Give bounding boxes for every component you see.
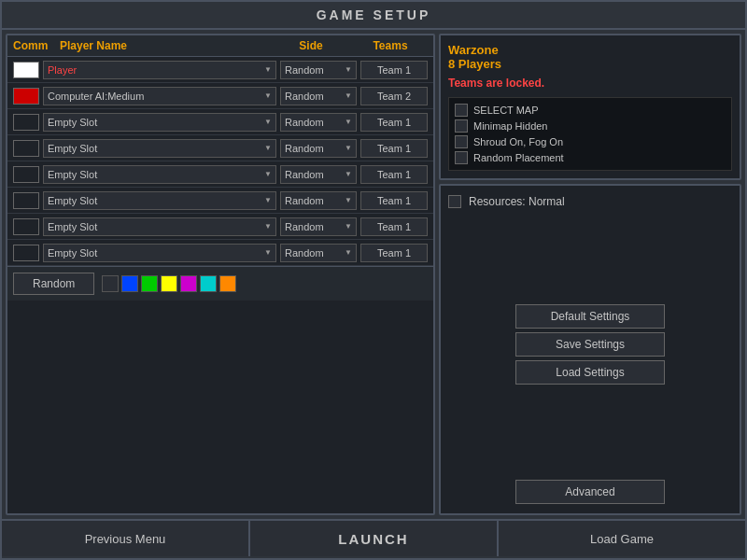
- comm-color-box[interactable]: [13, 62, 39, 78]
- player-row: Empty Slot▼Random▼Team 1: [7, 135, 433, 161]
- side-label: Random: [285, 221, 324, 232]
- side-arrow-icon: ▼: [345, 65, 352, 74]
- teams-locked: Teams are locked.: [448, 77, 732, 90]
- dropdown-arrow-icon: ▼: [264, 65, 272, 74]
- team-button[interactable]: Team 1: [360, 244, 428, 262]
- side-label: Random: [285, 64, 324, 76]
- dropdown-arrow-icon: ▼: [264, 118, 272, 126]
- player-name-dropdown[interactable]: Empty Slot▼: [43, 244, 276, 262]
- resources-label: Resources: Normal: [469, 195, 565, 208]
- launch-button[interactable]: LAUNCH: [250, 521, 499, 556]
- side-arrow-icon: ▼: [345, 196, 352, 204]
- player-name-dropdown[interactable]: Empty Slot▼: [43, 113, 276, 132]
- player-name-label: Empty Slot: [48, 195, 97, 206]
- load-settings-button[interactable]: Load Settings: [515, 360, 665, 385]
- side-dropdown[interactable]: Random▼: [280, 139, 357, 158]
- team-button[interactable]: Team 1: [360, 191, 428, 210]
- comm-color-box[interactable]: [13, 140, 39, 157]
- side-dropdown[interactable]: Random▼: [280, 165, 357, 184]
- team-button[interactable]: Team 1: [360, 113, 428, 132]
- player-name-dropdown[interactable]: Computer AI:Medium▼: [43, 87, 276, 105]
- player-name-label: Empty Slot: [48, 117, 97, 128]
- main-content: Comm Player Name Side Teams Player▼Rando…: [2, 30, 745, 519]
- players-header: Comm Player Name Side Teams: [7, 35, 433, 57]
- settings-panel: Resources: Normal Default Settings Save …: [439, 184, 741, 515]
- window-title: GAME SETUP: [317, 7, 431, 22]
- random-button[interactable]: Random: [13, 273, 94, 295]
- header-side: Side: [269, 39, 353, 52]
- side-dropdown[interactable]: Random▼: [280, 244, 357, 262]
- color-swatch-orange[interactable]: [219, 275, 236, 292]
- side-dropdown[interactable]: Random▼: [280, 87, 357, 105]
- map-title: Warzone: [448, 43, 732, 57]
- map-option-label: Random Placement: [473, 152, 564, 163]
- comm-color-box[interactable]: [13, 245, 39, 261]
- side-dropdown[interactable]: Random▼: [280, 61, 357, 79]
- player-name-label: Empty Slot: [48, 247, 97, 259]
- player-name-dropdown[interactable]: Empty Slot▼: [43, 139, 276, 158]
- map-option-label: Minimap Hidden: [473, 120, 547, 132]
- side-dropdown[interactable]: Random▼: [280, 217, 357, 236]
- comm-color-box[interactable]: [13, 192, 39, 209]
- dropdown-arrow-icon: ▼: [264, 196, 272, 204]
- color-swatch-cyan[interactable]: [200, 275, 217, 292]
- player-rows-container: Player▼Random▼Team 1Computer AI:Medium▼R…: [7, 57, 433, 266]
- dropdown-arrow-icon: ▼: [264, 222, 272, 231]
- dropdown-arrow-icon: ▼: [264, 144, 272, 152]
- previous-menu-button[interactable]: Previous Menu: [2, 521, 250, 556]
- side-arrow-icon: ▼: [345, 222, 352, 231]
- save-settings-button[interactable]: Save Settings: [515, 332, 665, 357]
- player-name-label: Computer AI:Medium: [48, 91, 144, 102]
- team-button[interactable]: Team 1: [360, 139, 428, 158]
- player-name-dropdown[interactable]: Empty Slot▼: [43, 191, 276, 210]
- map-option-label: SELECT MAP: [473, 105, 539, 116]
- default-settings-button[interactable]: Default Settings: [515, 304, 665, 329]
- color-swatch-dark[interactable]: [102, 275, 119, 292]
- side-arrow-icon: ▼: [345, 91, 352, 100]
- title-bar: GAME SETUP: [2, 2, 745, 30]
- left-panel: Comm Player Name Side Teams Player▼Rando…: [6, 34, 435, 515]
- right-panel: Warzone 8 Players Teams are locked. SELE…: [439, 34, 741, 515]
- map-options: SELECT MAP Minimap Hidden Shroud On, Fog…: [448, 97, 732, 171]
- side-arrow-icon: ▼: [345, 170, 352, 178]
- player-name-dropdown[interactable]: Empty Slot▼: [43, 217, 276, 236]
- comm-color-box[interactable]: [13, 218, 39, 235]
- team-button[interactable]: Team 1: [360, 61, 428, 79]
- map-option: SELECT MAP: [455, 104, 726, 117]
- side-dropdown[interactable]: Random▼: [280, 113, 357, 132]
- side-arrow-icon: ▼: [345, 144, 352, 152]
- color-swatch-green[interactable]: [141, 275, 158, 292]
- map-option-checkbox[interactable]: [455, 151, 468, 164]
- resources-checkbox[interactable]: [448, 195, 461, 208]
- player-row: Empty Slot▼Random▼Team 1: [7, 240, 433, 266]
- side-dropdown[interactable]: Random▼: [280, 191, 357, 210]
- map-option: Shroud On, Fog On: [455, 135, 726, 148]
- player-row: Player▼Random▼Team 1: [7, 57, 433, 83]
- dropdown-arrow-icon: ▼: [264, 170, 272, 178]
- side-arrow-icon: ▼: [345, 118, 352, 126]
- player-name-dropdown[interactable]: Player▼: [43, 61, 276, 79]
- team-button[interactable]: Team 1: [360, 217, 428, 236]
- load-game-button[interactable]: Load Game: [499, 521, 745, 556]
- map-players: 8 Players: [448, 57, 732, 71]
- side-label: Random: [285, 91, 324, 102]
- header-name: Player Name: [60, 39, 269, 52]
- header-comm: Comm: [13, 39, 60, 52]
- color-swatch-purple[interactable]: [180, 275, 197, 292]
- team-button[interactable]: Team 2: [360, 87, 428, 105]
- advanced-button[interactable]: Advanced: [515, 480, 665, 504]
- comm-color-box[interactable]: [13, 166, 39, 183]
- player-name-label: Empty Slot: [48, 143, 97, 154]
- team-button[interactable]: Team 1: [360, 165, 428, 184]
- map-option-checkbox[interactable]: [455, 119, 468, 133]
- color-swatch-yellow[interactable]: [161, 275, 177, 292]
- color-swatch-blue[interactable]: [121, 275, 138, 292]
- map-option-checkbox[interactable]: [455, 135, 468, 148]
- side-label: Random: [285, 143, 324, 154]
- map-option-checkbox[interactable]: [455, 104, 468, 117]
- player-name-dropdown[interactable]: Empty Slot▼: [43, 165, 276, 184]
- comm-color-box[interactable]: [13, 114, 39, 131]
- left-bottom-bar: Random: [7, 266, 433, 301]
- comm-color-box[interactable]: [13, 88, 39, 105]
- side-arrow-icon: ▼: [345, 248, 352, 257]
